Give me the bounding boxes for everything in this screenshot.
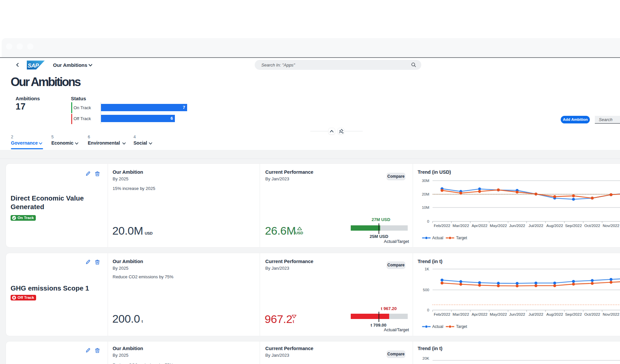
svg-text:20K: 20K	[423, 356, 430, 360]
svg-text:1K: 1K	[425, 267, 429, 271]
svg-text:Nov/2022: Nov/2022	[603, 223, 620, 228]
svg-text:Apr/2022: Apr/2022	[472, 223, 488, 228]
svg-text:Oct/2022: Oct/2022	[584, 312, 600, 317]
svg-text:Jul/2022: Jul/2022	[529, 223, 543, 228]
svg-text:Feb/2022: Feb/2022	[434, 312, 450, 317]
svg-text:Aug/2022: Aug/2022	[546, 312, 563, 317]
svg-text:Oct/2022: Oct/2022	[584, 223, 600, 228]
svg-text:Actual: Actual	[432, 236, 443, 240]
svg-text:10M: 10M	[422, 205, 429, 209]
svg-text:Mar/2022: Mar/2022	[452, 223, 469, 228]
svg-text:Sep/2022: Sep/2022	[565, 312, 582, 317]
svg-text:Target: Target	[456, 324, 467, 329]
svg-text:May/2022: May/2022	[490, 223, 507, 228]
svg-text:0: 0	[427, 219, 429, 223]
svg-text:500: 500	[423, 288, 429, 292]
svg-text:0: 0	[427, 308, 429, 312]
svg-text:Target: Target	[456, 236, 467, 240]
svg-text:30M: 30M	[422, 179, 429, 183]
svg-text:Jun/2022: Jun/2022	[509, 312, 525, 317]
svg-text:Apr/2022: Apr/2022	[472, 312, 488, 317]
svg-text:Sep/2022: Sep/2022	[565, 223, 582, 228]
svg-text:20M: 20M	[422, 192, 429, 196]
svg-text:Jun/2022: Jun/2022	[509, 223, 525, 228]
svg-text:Feb/2022: Feb/2022	[434, 223, 450, 228]
svg-text:Mar/2022: Mar/2022	[452, 312, 469, 317]
svg-text:May/2022: May/2022	[490, 312, 507, 317]
svg-text:Jul/2022: Jul/2022	[529, 312, 543, 317]
svg-text:Aug/2022: Aug/2022	[546, 223, 563, 228]
svg-text:Actual: Actual	[432, 324, 443, 329]
svg-text:Nov/2022: Nov/2022	[603, 312, 620, 317]
svg-text:SAP: SAP	[28, 63, 39, 69]
